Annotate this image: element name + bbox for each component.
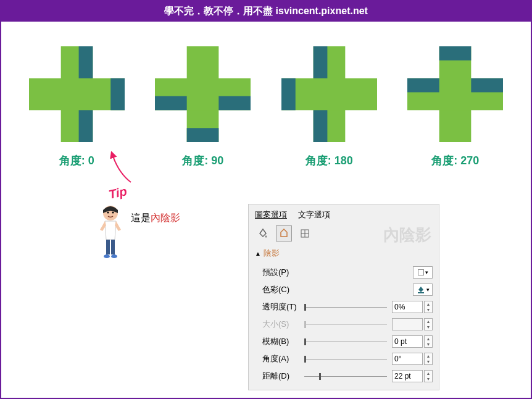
section-shadow-header[interactable]: ▲ 陰影 xyxy=(255,248,433,259)
transparency-spinner[interactable]: ▲▼ xyxy=(424,301,433,313)
cross-examples-row: 角度: 0 角度: 90 角度: 180 xyxy=(20,46,512,168)
distance-slider[interactable] xyxy=(304,376,387,377)
svg-rect-14 xyxy=(313,110,327,142)
main-content: 角度: 0 角度: 90 角度: 180 xyxy=(1,22,531,168)
label-blur: 模糊(B) xyxy=(262,336,299,347)
angle-label-180: 角度: 180 xyxy=(305,153,353,168)
svg-rect-13 xyxy=(281,78,296,111)
svg-rect-18 xyxy=(439,46,472,61)
preset-dropdown[interactable]: ▾ xyxy=(413,266,433,279)
angle-label-90: 角度: 90 xyxy=(182,153,223,168)
row-angle: 角度(A) ▲▼ xyxy=(255,350,433,368)
label-distance: 距離(D) xyxy=(262,371,299,382)
tip-message-highlight: 內陰影 xyxy=(151,212,180,223)
size-props-icon[interactable] xyxy=(297,225,313,242)
angle-label-0: 角度: 0 xyxy=(59,153,94,168)
svg-rect-1 xyxy=(29,78,125,111)
row-color: 色彩(C) ▾ xyxy=(255,281,433,298)
effects-icon[interactable] xyxy=(276,225,292,242)
row-transparency: 透明度(T) ▲▼ xyxy=(255,298,433,316)
transparency-slider[interactable] xyxy=(304,307,387,308)
tab-shape-options[interactable]: 圖案選項 xyxy=(255,209,287,220)
collapse-icon: ▲ xyxy=(255,250,261,257)
svg-rect-24 xyxy=(111,240,115,254)
panel-tabs: 圖案選項 文字選項 xyxy=(255,209,433,220)
svg-rect-2 xyxy=(78,46,93,78)
svg-rect-4 xyxy=(78,110,93,142)
tip-message: 這是內陰影 xyxy=(131,212,180,225)
row-preset: 預設(P) ▾ xyxy=(255,264,433,281)
cross-item-270: 角度: 270 xyxy=(407,46,503,168)
angle-spinner[interactable]: ▲▼ xyxy=(424,353,433,365)
svg-rect-8 xyxy=(187,128,219,142)
distance-input[interactable] xyxy=(392,370,423,382)
label-transparency: 透明度(T) xyxy=(262,301,299,313)
cross-item-180: 角度: 180 xyxy=(281,46,377,168)
transparency-input[interactable] xyxy=(392,301,423,313)
tab-text-options[interactable]: 文字選項 xyxy=(298,209,330,220)
svg-rect-30 xyxy=(418,292,424,293)
format-panel: 圖案選項 文字選項 內陰影 ▲ 陰影 預設(P) ▾ 色彩(C) ▾ 透明度(T… xyxy=(248,204,439,390)
row-blur: 模糊(B) ▲▼ xyxy=(255,333,433,350)
svg-point-22 xyxy=(112,212,114,214)
cross-shape-180 xyxy=(281,46,377,142)
svg-rect-11 xyxy=(281,78,377,111)
svg-rect-12 xyxy=(313,46,327,78)
character-avatar xyxy=(94,204,128,262)
size-slider xyxy=(304,324,387,325)
angle-slider[interactable] xyxy=(304,359,387,359)
angle-input[interactable] xyxy=(392,353,423,365)
blur-input[interactable] xyxy=(392,335,423,348)
tip-label: Tip xyxy=(107,184,128,202)
cross-shape-90 xyxy=(155,46,251,142)
svg-rect-17 xyxy=(407,78,439,93)
cross-shape-270 xyxy=(407,46,503,142)
row-size: 大小(S) ▲▼ xyxy=(255,316,433,333)
page-header: 學不完．教不停．用不盡 isvincent.pixnet.net xyxy=(1,1,531,22)
cross-item-0: 角度: 0 xyxy=(29,46,125,168)
tip-arrow xyxy=(106,151,143,188)
panel-watermark: 內陰影 xyxy=(383,224,431,246)
size-spinner: ▲▼ xyxy=(424,318,433,330)
svg-point-26 xyxy=(111,254,117,258)
section-shadow-title: 陰影 xyxy=(264,248,280,259)
cross-item-90: 角度: 90 xyxy=(155,46,251,168)
label-size: 大小(S) xyxy=(262,319,299,330)
svg-rect-3 xyxy=(110,78,125,111)
tip-message-prefix: 這是 xyxy=(131,212,151,223)
label-preset: 預設(P) xyxy=(262,267,299,278)
cross-shape-0 xyxy=(29,46,125,142)
svg-rect-23 xyxy=(106,240,110,254)
angle-label-270: 角度: 270 xyxy=(431,153,479,168)
label-angle: 角度(A) xyxy=(262,353,299,364)
svg-rect-7 xyxy=(155,96,187,111)
row-distance: 距離(D) ▲▼ xyxy=(255,368,433,385)
blur-slider[interactable] xyxy=(304,342,387,342)
svg-rect-9 xyxy=(219,96,251,111)
svg-point-25 xyxy=(104,254,110,258)
color-dropdown[interactable]: ▾ xyxy=(413,284,433,296)
label-color: 色彩(C) xyxy=(262,284,299,295)
distance-spinner[interactable]: ▲▼ xyxy=(424,370,433,382)
blur-spinner[interactable]: ▲▼ xyxy=(424,335,433,348)
svg-point-21 xyxy=(107,212,109,214)
svg-rect-19 xyxy=(472,78,504,93)
fill-icon[interactable] xyxy=(255,225,271,242)
size-input xyxy=(392,318,423,330)
